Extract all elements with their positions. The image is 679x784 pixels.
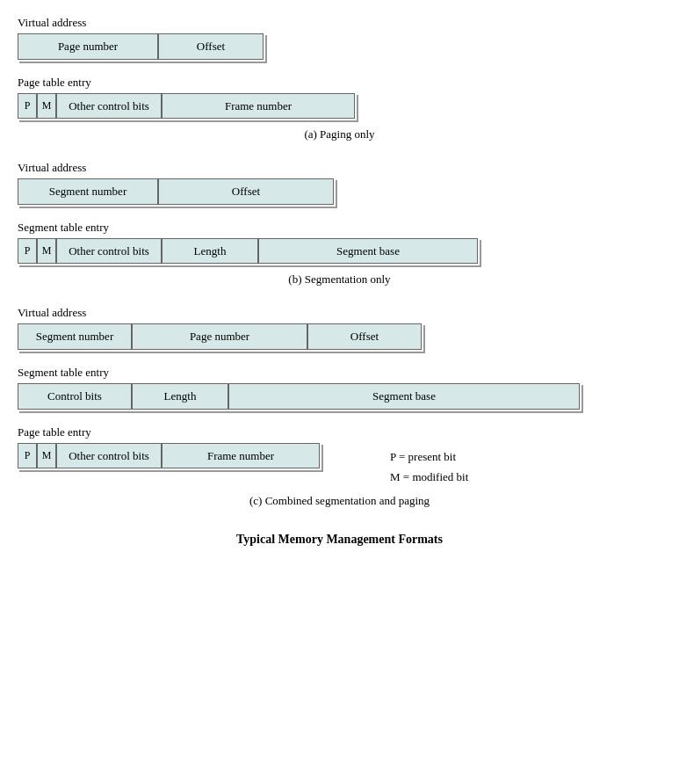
pte-p-c: P xyxy=(18,443,37,469)
pte-frame-a: Frame number xyxy=(162,93,355,120)
ste-p-b: P xyxy=(18,238,37,265)
va-diagram-c: Segment number Page number Offset xyxy=(18,323,422,350)
ste-other-b: Other control bits xyxy=(56,238,162,265)
va-page-number-a: Page number xyxy=(18,33,158,60)
pte-diagram-a: P M Other control bits Frame number xyxy=(18,93,355,120)
caption-c: (c) Combined segmentation and paging xyxy=(18,494,661,508)
va-label-a: Virtual address xyxy=(18,16,661,30)
va-segment-c: Segment number xyxy=(18,323,132,350)
ste-label-b: Segment table entry xyxy=(18,221,661,235)
ste-length-c: Length xyxy=(132,383,228,410)
ste-label-c: Segment table entry xyxy=(18,366,661,380)
ste-length-b: Length xyxy=(162,238,258,265)
pte-row-c: P M Other control bits Frame number xyxy=(18,443,320,469)
va-diagram-a: Page number Offset xyxy=(18,33,264,60)
ste-diagram-c: Control bits Length Segment base xyxy=(18,383,580,410)
legend-p: P = present bit xyxy=(390,446,468,467)
section-a: Virtual address Page number Offset Page … xyxy=(18,16,661,142)
pte-p-a: P xyxy=(18,93,37,120)
pte-row-wrap-c: P M Other control bits Frame number P = … xyxy=(18,443,661,488)
va-offset-c: Offset xyxy=(307,323,422,350)
ste-m-b: M xyxy=(37,238,56,265)
ste-diagram-b: P M Other control bits Length Segment ba… xyxy=(18,238,478,265)
ste-row-c: Control bits Length Segment base xyxy=(18,383,580,410)
legend-m: M = modified bit xyxy=(390,467,468,487)
va-offset-a: Offset xyxy=(158,33,264,60)
va-label-b: Virtual address xyxy=(18,161,661,175)
va-label-c: Virtual address xyxy=(18,306,661,320)
va-row-a: Page number Offset xyxy=(18,33,264,60)
pte-label-c: Page table entry xyxy=(18,425,661,439)
pte-diagram-c: P M Other control bits Frame number xyxy=(18,443,320,469)
pte-frame-c: Frame number xyxy=(162,443,320,469)
ste-base-c: Segment base xyxy=(228,383,580,410)
pte-label-a: Page table entry xyxy=(18,76,661,90)
section-b: Virtual address Segment number Offset Se… xyxy=(18,161,661,287)
va-offset-b: Offset xyxy=(158,178,334,205)
section-c: Virtual address Segment number Page numb… xyxy=(18,306,661,508)
va-row-c: Segment number Page number Offset xyxy=(18,323,422,350)
caption-a: (a) Paging only xyxy=(18,127,661,142)
va-segment-b: Segment number xyxy=(18,178,158,205)
va-diagram-b: Segment number Offset xyxy=(18,178,334,205)
va-row-b: Segment number Offset xyxy=(18,178,334,205)
ste-row-b: P M Other control bits Length Segment ba… xyxy=(18,238,478,265)
pte-m-c: M xyxy=(37,443,56,469)
pte-other-a: Other control bits xyxy=(56,93,162,120)
caption-b: (b) Segmentation only xyxy=(18,272,661,287)
va-page-c: Page number xyxy=(132,323,307,350)
ste-control-c: Control bits xyxy=(18,383,132,410)
ste-base-b: Segment base xyxy=(258,238,478,265)
page-title: Typical Memory Management Formats xyxy=(18,533,661,547)
pte-m-a: M xyxy=(37,93,56,120)
pte-row-a: P M Other control bits Frame number xyxy=(18,93,355,120)
pte-other-c: Other control bits xyxy=(56,443,162,469)
